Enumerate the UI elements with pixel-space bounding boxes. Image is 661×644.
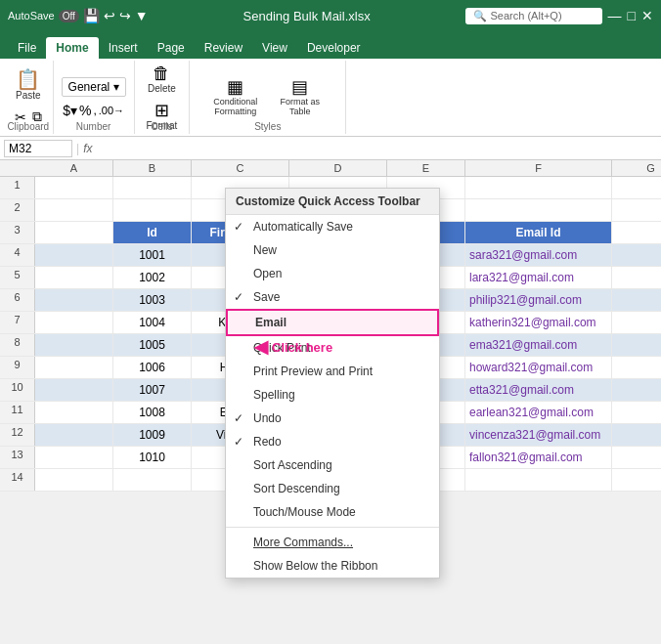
col-header-g: G [612, 160, 661, 176]
paste-button[interactable]: 📋 Paste [12, 67, 45, 103]
tab-insert[interactable]: Insert [99, 37, 148, 59]
column-headers: A B C D E F G [0, 160, 661, 177]
autosave-badge: AutoSave Off [8, 10, 79, 22]
conditional-formatting-icon: ▦ [227, 78, 243, 96]
menu-item-undo[interactable]: Undo [226, 407, 439, 430]
clipboard-group: 📋 Paste ✂ ⧉ Clipboard [4, 61, 54, 134]
search-placeholder: Search (Alt+Q) [491, 10, 562, 21]
customize-icon[interactable]: ▼ [135, 8, 149, 23]
quick-access-dropdown: Customize Quick Access Toolbar Automatic… [225, 188, 440, 579]
formula-bar: | fx [0, 137, 661, 160]
col-header-b: B [113, 160, 192, 176]
tab-home[interactable]: Home [46, 37, 98, 59]
menu-item-new[interactable]: New [226, 238, 439, 262]
close-icon[interactable]: ✕ [641, 8, 653, 23]
autosave-label: AutoSave [8, 10, 55, 21]
title-bar-left: AutoSave Off 💾 ↩ ↪ ▼ [8, 8, 149, 23]
menu-item-show-below[interactable]: Show Below the Ribbon [226, 554, 439, 578]
delete-icon: 🗑 [153, 64, 170, 82]
menu-item-spelling[interactable]: Spelling [226, 383, 439, 407]
search-icon: 🔍 [473, 10, 487, 22]
delete-button[interactable]: 🗑 Delete [144, 63, 180, 96]
menu-item-redo[interactable]: Redo [226, 430, 439, 453]
title-bar: AutoSave Off 💾 ↩ ↪ ▼ Sending Bulk Mail.x… [0, 0, 661, 31]
format-as-table-icon: ▤ [291, 78, 308, 96]
maximize-icon[interactable]: □ [628, 8, 636, 23]
dollar-icon[interactable]: $▾ [63, 103, 77, 118]
menu-item-touch-mode[interactable]: Touch/Mouse Mode [226, 500, 439, 524]
formula-input[interactable] [96, 142, 657, 155]
number-group: General ▾ $▾ % , .00→ Number [54, 61, 135, 134]
col-header-a: A [35, 160, 113, 176]
menu-item-quick-print[interactable]: Quick Print [226, 336, 439, 360]
header-email[interactable]: Email Id [465, 222, 612, 243]
redo-icon[interactable]: ↪ [119, 8, 131, 23]
percent-icon[interactable]: % [79, 103, 91, 118]
menu-item-email[interactable]: Email [226, 309, 439, 336]
menu-item-auto-save[interactable]: Automatically Save [226, 215, 439, 238]
comma-icon[interactable]: , [93, 104, 96, 117]
title-bar-filename: Sending Bulk Mail.xlsx [149, 9, 465, 23]
header-id[interactable]: Id [113, 222, 192, 243]
menu-item-open[interactable]: Open [226, 262, 439, 285]
search-box[interactable]: 🔍 Search (Alt+Q) [465, 8, 602, 24]
styles-label: Styles [254, 121, 281, 132]
cells-group: 🗑 Delete ⊞ Format Cells [135, 61, 191, 134]
format-dropdown[interactable]: General ▾ [62, 77, 126, 97]
autosave-toggle[interactable]: Off [59, 10, 79, 22]
decrease-decimal-icon[interactable]: .00→ [99, 105, 124, 116]
menu-item-more-commands[interactable]: More Commands... [226, 531, 439, 554]
ribbon: 📋 Paste ✂ ⧉ Clipboard General ▾ $▾ % , .… [0, 59, 661, 137]
tab-review[interactable]: Review [195, 37, 252, 59]
save-icon[interactable]: 💾 [83, 8, 100, 23]
styles-group: ▦ Conditional Formatting ▤ Format as Tab… [190, 61, 346, 134]
name-box[interactable] [4, 140, 72, 157]
clipboard-label: Clipboard [7, 121, 49, 132]
undo-icon[interactable]: ↩ [104, 8, 115, 23]
cells-label: Cells [151, 121, 172, 132]
format-as-table-button[interactable]: ▤ Format as Table [271, 76, 330, 118]
tab-file[interactable]: File [8, 37, 46, 59]
spreadsheet-wrapper: A B C D E F G 1 2 [0, 160, 661, 492]
menu-item-print-preview[interactable]: Print Preview and Print [226, 360, 439, 383]
title-bar-right: 🔍 Search (Alt+Q) — □ ✕ [465, 8, 653, 24]
dropdown-separator [226, 527, 439, 528]
minimize-icon[interactable]: — [608, 8, 622, 23]
number-label: Number [76, 121, 111, 132]
dropdown-title: Customize Quick Access Toolbar [226, 189, 439, 215]
format-icon: ⊞ [154, 102, 169, 119]
col-header-d: D [289, 160, 387, 176]
tab-developer[interactable]: Developer [297, 37, 371, 59]
menu-item-sort-descending[interactable]: Sort Descending [226, 477, 439, 500]
ribbon-tabs: File Home Insert Page Review View Develo… [0, 31, 661, 59]
tab-view[interactable]: View [252, 37, 297, 59]
col-header-c: C [192, 160, 289, 176]
col-header-f: F [465, 160, 612, 176]
menu-item-sort-ascending[interactable]: Sort Ascending [226, 453, 439, 477]
tab-page[interactable]: Page [148, 37, 195, 59]
col-header-e: E [387, 160, 465, 176]
conditional-formatting-button[interactable]: ▦ Conditional Formatting [206, 76, 265, 118]
menu-item-save[interactable]: Save [226, 285, 439, 309]
paste-icon: 📋 [16, 69, 40, 89]
